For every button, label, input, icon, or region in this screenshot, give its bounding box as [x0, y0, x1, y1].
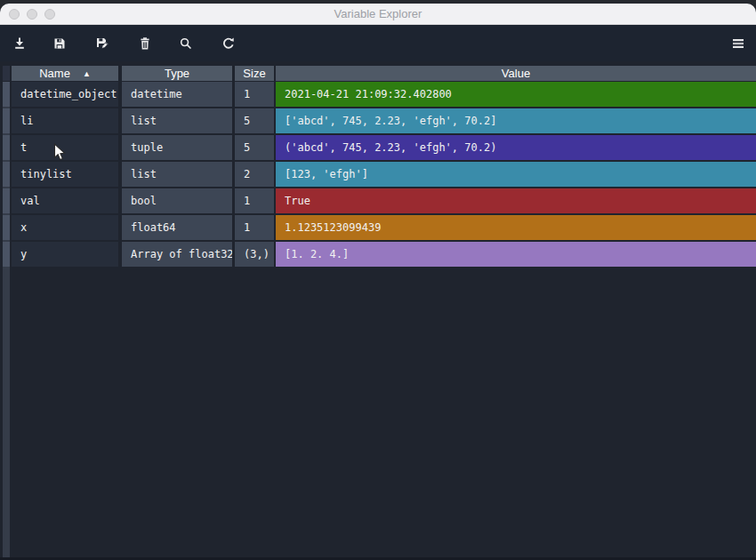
table-row-datetime_object-name[interactable]: datetime_object: [12, 82, 118, 107]
table-row-y-meta[interactable]: (3,): [235, 242, 274, 267]
hamburger-menu-icon: [731, 37, 745, 50]
table-row-li-value[interactable]: ['abcd', 745, 2.23, 'efgh', 70.2]: [276, 108, 756, 133]
refresh-icon: [221, 36, 236, 51]
import-button[interactable]: [7, 31, 32, 56]
table-row-tinylist-name[interactable]: tinylist: [12, 162, 118, 187]
table-row-x-name[interactable]: x: [12, 215, 118, 240]
row-header-segment[interactable]: [3, 82, 10, 107]
table-row-val-name[interactable]: val: [12, 188, 118, 213]
table-row-li-name[interactable]: li: [12, 108, 118, 133]
window-title: Variable Explorer: [0, 4, 756, 25]
save-as-icon: [95, 36, 109, 51]
table-row-y-value[interactable]: [1. 2. 4.]: [276, 242, 756, 267]
table-row-t-meta[interactable]: 5: [235, 135, 274, 160]
table-row-x-meta[interactable]: float64: [122, 215, 232, 240]
row-header-segment[interactable]: [3, 215, 10, 240]
table-row-t-value[interactable]: ('abcd', 745, 2.23, 'efgh', 70.2): [276, 135, 756, 160]
table-row-t-meta[interactable]: tuple: [122, 135, 232, 160]
sort-ascending-icon: ▲: [83, 69, 91, 78]
table-row-x-meta[interactable]: 1: [235, 215, 274, 240]
titlebar: Variable Explorer: [0, 4, 756, 25]
table-row-datetime_object-value[interactable]: 2021-04-21 21:09:32.402800: [276, 82, 756, 107]
row-header-segment[interactable]: [3, 188, 10, 213]
column-header-value[interactable]: Value: [276, 66, 756, 81]
table-row-tinylist-value[interactable]: [123, 'efgh']: [276, 162, 756, 187]
table-row-y-name[interactable]: y: [12, 242, 118, 267]
search-icon: [179, 36, 193, 51]
row-header-segment[interactable]: [3, 108, 10, 133]
table-corner: [3, 66, 10, 81]
delete-button[interactable]: [133, 31, 157, 56]
table-row-val-meta[interactable]: 1: [235, 188, 274, 213]
delete-icon: [138, 36, 152, 51]
table-row-li-meta[interactable]: list: [122, 108, 232, 133]
table-row-y-meta[interactable]: Array of float32: [122, 242, 232, 267]
row-header-segment[interactable]: [3, 135, 10, 160]
column-header-size[interactable]: Size: [235, 66, 274, 81]
search-button[interactable]: [173, 31, 198, 56]
table-row-val-meta[interactable]: bool: [122, 188, 232, 213]
save-icon: [52, 36, 67, 51]
save-button[interactable]: [47, 31, 72, 56]
table-row-val-value[interactable]: True: [276, 188, 756, 213]
table-row-tinylist-meta[interactable]: 2: [235, 162, 274, 187]
save-as-button[interactable]: [90, 31, 115, 56]
column-header-type[interactable]: Type: [122, 66, 232, 81]
table-row-x-value[interactable]: 1.1235123099439: [276, 215, 756, 240]
table-row-t-name[interactable]: t: [12, 135, 118, 160]
refresh-button[interactable]: [216, 31, 241, 56]
options-menu-button[interactable]: [726, 31, 751, 56]
column-header-name[interactable]: Name▲: [12, 66, 118, 81]
import-icon: [12, 36, 27, 51]
table-row-tinylist-meta[interactable]: list: [122, 162, 232, 187]
table-row-datetime_object-meta[interactable]: 1: [235, 82, 274, 107]
row-header-segment[interactable]: [3, 242, 10, 267]
toolbar: [0, 25, 756, 61]
row-header-segment[interactable]: [3, 162, 10, 187]
table-row-datetime_object-meta[interactable]: datetime: [122, 82, 232, 107]
table-row-li-meta[interactable]: 5: [235, 108, 274, 133]
variable-explorer-window: Variable Explorer: [0, 4, 756, 560]
column-header-name-label: Name: [39, 67, 70, 80]
